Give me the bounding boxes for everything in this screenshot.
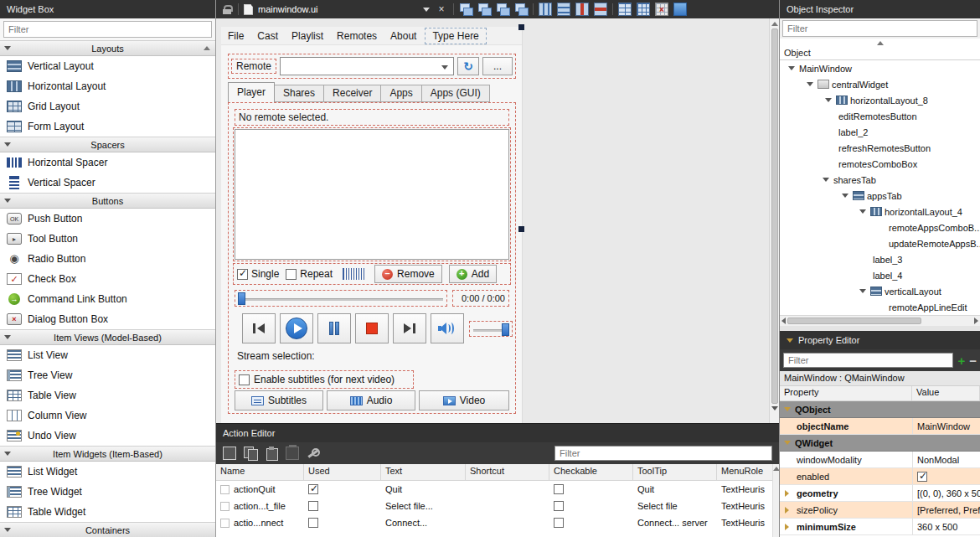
expand-icon[interactable] (859, 209, 866, 214)
volume-slider-handle[interactable] (502, 323, 509, 336)
widget-form-layout[interactable]: Form Layout (0, 116, 215, 137)
property-row-enabled[interactable]: enabled (780, 468, 980, 485)
single-checkbox[interactable]: Single (237, 268, 279, 280)
widget-undo-view[interactable]: Undo View (0, 426, 215, 446)
tree-item-remotescombobox[interactable]: remotesComboBox (780, 156, 980, 172)
expand-icon[interactable] (785, 507, 789, 514)
audio-button[interactable]: Audio (327, 390, 415, 410)
menu-file[interactable]: File (221, 28, 250, 44)
widget-vertical-spacer[interactable]: Vertical Spacer (0, 173, 215, 193)
tree-item-label-2[interactable]: label_2 (780, 124, 980, 140)
tree-item-remoteapplineedit[interactable]: remoteAppLineEdit (780, 299, 980, 315)
seek-slider-handle[interactable] (238, 292, 245, 305)
tree-item-sharestab[interactable]: sharesTab (780, 172, 980, 188)
widget-table-widget[interactable]: Table Widget (0, 502, 215, 522)
lock-icon[interactable] (223, 5, 231, 14)
action-row[interactable]: actionQuit Quit Quit TextHeuris (216, 481, 779, 498)
column-text[interactable]: Text (381, 464, 466, 480)
scroll-up-icon[interactable] (771, 22, 778, 26)
lay-out-vertically-in-splitter-icon[interactable] (594, 3, 607, 16)
remove-button[interactable]: Remove (374, 265, 442, 283)
column-used[interactable]: Used (304, 464, 381, 480)
widget-grid-layout[interactable]: Grid Layout (0, 96, 215, 116)
edit-buddies-icon[interactable] (496, 3, 509, 16)
used-checkbox[interactable] (308, 484, 318, 494)
tree-item-appstab[interactable]: appsTab (780, 188, 980, 204)
enabled-checkbox[interactable] (917, 472, 927, 482)
scroll-left-icon[interactable] (781, 318, 786, 324)
enable-subtitles-checkbox[interactable]: Enable subtitles (for next video) (235, 370, 414, 389)
seek-slider[interactable] (235, 290, 447, 307)
widget-tree-view[interactable]: Tree View (0, 365, 215, 385)
action-editor-filter-input[interactable] (554, 446, 772, 461)
column-tooltip[interactable]: ToolTip (633, 464, 717, 480)
menu-playlist[interactable]: Playlist (285, 28, 330, 44)
property-row-windowmodality[interactable]: windowModality NonModal (780, 452, 980, 468)
scrollbar-thumb[interactable] (771, 28, 778, 404)
refresh-remotes-button[interactable] (457, 57, 479, 75)
subtitles-button[interactable]: Subtitles (235, 390, 323, 410)
horizontal-spacer[interactable] (343, 268, 364, 280)
tab-apps[interactable]: Apps (381, 85, 421, 102)
action-row[interactable]: action...t_file Select file... Select fi… (216, 498, 779, 514)
edit-tab-order-icon[interactable] (514, 3, 528, 16)
scroll-down-icon[interactable] (771, 406, 778, 410)
column-menurole[interactable]: MenuRole (717, 464, 779, 480)
checkable-checkbox[interactable] (554, 518, 564, 528)
lay-out-horizontally-icon[interactable] (539, 3, 552, 16)
selection-handle[interactable] (518, 226, 524, 232)
tree-item-editremotesbutton[interactable]: editRemotesButton (780, 108, 980, 124)
copy-action-icon[interactable] (244, 447, 257, 460)
remotes-combobox[interactable] (280, 57, 454, 75)
property-group-qobject[interactable]: QObject (780, 401, 980, 418)
tree-item-updateremoteappsbutton[interactable]: updateRemoteAppsB... (780, 235, 980, 251)
scroll-up-icon[interactable] (204, 46, 210, 50)
tree-item-horizontallayout-4[interactable]: horizontalLayout_4 (780, 204, 980, 219)
tab-receiver[interactable]: Receiver (324, 85, 381, 102)
property-value[interactable]: 360 x 500 (912, 519, 980, 534)
property-value[interactable]: NonModal (912, 452, 980, 467)
next-button[interactable] (393, 313, 426, 343)
edit-signals-slots-icon[interactable] (477, 3, 491, 16)
column-checkable[interactable]: Checkable (549, 464, 633, 480)
lay-out-horizontally-in-splitter-icon[interactable] (575, 3, 589, 16)
lay-out-in-grid-icon[interactable] (637, 3, 650, 16)
action-row[interactable]: actio...nnect Connect... Connect... serv… (216, 514, 779, 531)
enable-subtitles-checkbox-box[interactable] (239, 374, 250, 385)
used-checkbox[interactable] (308, 501, 318, 511)
tab-shares[interactable]: Shares (275, 85, 324, 102)
checkable-checkbox[interactable] (554, 501, 564, 511)
property-row-objectname[interactable]: objectName MainWindow (780, 418, 980, 435)
edit-remotes-button[interactable]: ... (482, 57, 513, 75)
expand-icon[interactable] (785, 524, 789, 530)
volume-slider[interactable] (469, 321, 513, 337)
designed-form[interactable]: File Cast Playlist Remotes About Type He… (221, 27, 523, 423)
checkable-checkbox[interactable] (554, 484, 564, 494)
expand-icon[interactable] (842, 194, 848, 198)
widget-list-view[interactable]: List View (0, 345, 215, 365)
property-row-geometry[interactable]: geometry [(0, 0), 360 x 500] (780, 485, 980, 502)
menu-type-here-placeholder[interactable]: Type Here (425, 28, 486, 44)
tree-item-remoteappscombobox[interactable]: remoteAppsComboB... (780, 219, 980, 235)
expand-icon[interactable] (807, 82, 813, 86)
repeat-checkbox[interactable]: Repeat (286, 268, 333, 280)
close-icon[interactable]: × (435, 3, 448, 15)
widget-dialog-button-box[interactable]: Dialog Button Box (0, 309, 215, 329)
widget-list-widget[interactable]: List Widget (0, 462, 215, 482)
lay-out-in-form-icon[interactable] (618, 3, 632, 16)
expand-icon[interactable] (823, 178, 829, 182)
remove-dynamic-property-icon[interactable]: − (969, 354, 977, 367)
expand-icon[interactable] (785, 490, 789, 497)
widget-vertical-layout[interactable]: Vertical Layout (0, 56, 215, 76)
action-table-scrollbar[interactable] (772, 464, 779, 537)
edit-widgets-icon[interactable] (459, 3, 472, 16)
category-buttons[interactable]: Buttons (0, 193, 215, 209)
form-canvas[interactable]: File Cast Playlist Remotes About Type He… (216, 18, 779, 423)
tab-apps-gui[interactable]: Apps (GUI) (422, 85, 490, 102)
widget-radio-button[interactable]: Radio Button (0, 249, 215, 269)
widget-tree-widget[interactable]: Tree Widget (0, 482, 215, 502)
scrollbar-thumb[interactable] (787, 318, 921, 324)
scroll-up-icon[interactable] (773, 467, 780, 471)
used-checkbox[interactable] (308, 518, 318, 528)
category-spacers[interactable]: Spacers (0, 137, 215, 152)
